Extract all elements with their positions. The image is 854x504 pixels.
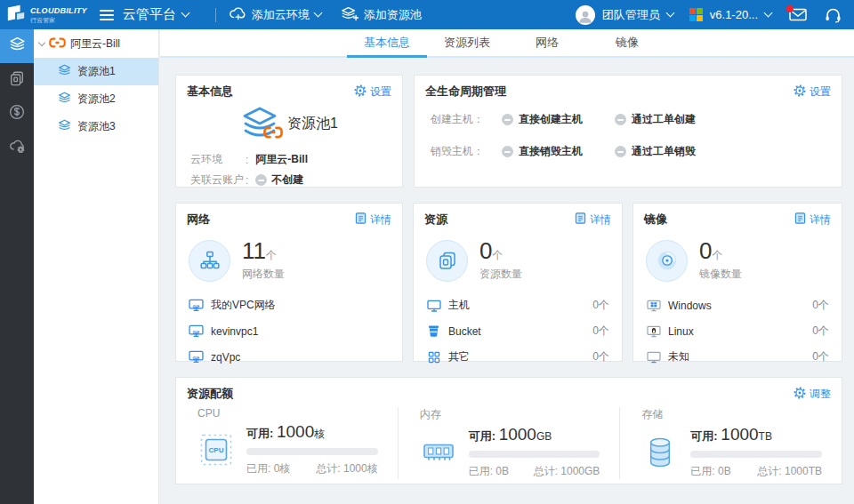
document-icon [575, 212, 586, 227]
images-card: 镜像 详情 0个 镜像数量 [632, 203, 842, 362]
add-resource-pool-button[interactable]: 添加资源池 [341, 6, 422, 24]
pool-name: 资源池1 [287, 115, 338, 133]
tree-item-pool1[interactable]: 资源池1 [34, 58, 158, 85]
cpu-available: 1000 [277, 422, 314, 441]
tree-item-label: 资源池1 [77, 64, 116, 79]
images-details-link[interactable]: 详情 [794, 212, 831, 228]
document-icon [355, 212, 367, 227]
rail-item-billing[interactable] [0, 97, 34, 131]
rail-item-resources[interactable] [0, 63, 34, 97]
minus-circle-icon [502, 114, 513, 125]
storage-usage-bar [690, 451, 822, 458]
vpc-icon: VPC [189, 324, 204, 338]
rail-item-cloud-settings[interactable] [0, 131, 34, 164]
memory-available: 1000 [499, 425, 536, 444]
resources-details-link[interactable]: 详情 [575, 212, 611, 228]
resources-count: 0 [479, 237, 492, 264]
chevron-down-icon[interactable] [665, 9, 674, 18]
rail-item-resource-pools[interactable] [0, 29, 34, 63]
support-headset-button[interactable] [825, 7, 842, 23]
vpc-icon: VPC [189, 299, 204, 312]
image-item-linux: Linux 0个 [646, 318, 829, 344]
network-count-label: 网络数量 [242, 267, 285, 282]
left-icon-rail [0, 29, 34, 504]
tab-basic-info[interactable]: 基本信息 [347, 29, 427, 56]
chevron-down-icon [181, 9, 189, 18]
network-details-link[interactable]: 详情 [355, 212, 391, 228]
create-ticket-option: 通过工单创建 [615, 112, 696, 127]
version-menu[interactable]: v6.1-20... [710, 8, 758, 21]
lifecycle-card: 全生命周期管理 设置 创建主机： 直接创建主机 [414, 75, 842, 188]
notification-dot [786, 5, 794, 12]
network-item-vpc2: VPC kevinvpc1 [189, 318, 390, 344]
images-count-label: 镜像数量 [699, 267, 742, 282]
resource-pool-icon [240, 106, 279, 141]
gear-icon [354, 84, 367, 100]
basic-info-settings-button[interactable]: 设置 [354, 84, 391, 100]
disc-icon [646, 240, 688, 282]
app-logo[interactable]: CLOUDBILITY 行云管家 [0, 4, 96, 27]
quota-adjust-button[interactable]: 调整 [794, 387, 831, 402]
network-count: 11 [242, 237, 266, 264]
tab-resource-list[interactable]: 资源列表 [427, 29, 507, 56]
resource-item-host: 主机 0个 [426, 292, 609, 318]
chevron-down-icon[interactable] [764, 9, 773, 18]
windows-monitor-icon [646, 300, 661, 312]
card-title: 资源 [424, 212, 447, 228]
cloud-gear-icon [9, 138, 26, 157]
cloud-plus-icon [229, 7, 246, 23]
gear-icon [794, 84, 806, 100]
chevron-down-icon [38, 39, 45, 46]
minus-circle-icon [615, 146, 626, 157]
quota-section-memory: 内存 可用: 1000GB 已用: 0B 总计: 1000GB [398, 407, 620, 479]
memory-total: 总计: 1000GB [534, 464, 600, 479]
network-item-vpc3: VPC zqVpc [189, 344, 390, 370]
tab-network[interactable]: 网络 [507, 29, 587, 56]
tree-item-label: 资源池3 [77, 119, 116, 134]
minus-circle-icon [615, 114, 626, 125]
resources-count-label: 资源数量 [479, 267, 522, 282]
svg-text:VPC: VPC [193, 305, 200, 308]
resource-tree-panel: 阿里云-Bill 资源池1 资源池2 资源池3 [34, 29, 159, 504]
tree-root-label: 阿里云-Bill [70, 36, 120, 52]
menu-icon[interactable] [100, 10, 114, 20]
create-direct-option: 直接创建主机 [502, 112, 583, 127]
gear-icon [794, 387, 806, 402]
cpu-used: 已用: 0核 [246, 461, 290, 476]
tree-item-pool2[interactable]: 资源池2 [34, 85, 158, 113]
card-title: 镜像 [644, 212, 667, 228]
resource-item-bucket: Bucket 0个 [426, 318, 609, 344]
unknown-monitor-icon [646, 351, 661, 364]
quota-section-cpu: CPU CPU 可用: 1000核 已用: 0核 总计: 1000核 [176, 407, 398, 479]
storage-total: 总计: 1000TB [757, 464, 822, 479]
tree-root-aliyun[interactable]: 阿里云-Bill [34, 29, 158, 58]
user-menu[interactable]: 团队管理员 [602, 7, 660, 23]
brand-subname: 行云管家 [30, 17, 87, 23]
basic-info-card: 基本信息 设置 资源池1 [175, 75, 403, 188]
minus-circle-icon [502, 146, 513, 157]
images-count: 0 [699, 237, 712, 264]
vpc-icon: VPC [189, 350, 204, 364]
quota-section-storage: 存储 可用: 1000TB 已用: 0B 总计: 1000TB [619, 407, 842, 479]
layers-icon [58, 64, 71, 79]
avatar[interactable] [576, 5, 595, 25]
storage-available: 1000 [721, 425, 758, 444]
linux-monitor-icon [646, 325, 661, 338]
minus-circle-icon [255, 174, 267, 186]
storage-cylinder-icon [641, 435, 679, 470]
memory-usage-bar [469, 451, 600, 458]
messages-button[interactable] [789, 8, 807, 21]
tree-item-pool3[interactable]: 资源池3 [34, 113, 158, 140]
network-card: 网络 详情 11个 网络数量 [175, 203, 403, 362]
add-cloud-env-button[interactable]: 添加云环境 [229, 7, 321, 23]
lifecycle-settings-button[interactable]: 设置 [794, 84, 831, 100]
env-label: 云环境 [190, 152, 246, 167]
ram-icon [420, 439, 457, 466]
svg-text:VPC: VPC [193, 331, 200, 334]
product-switcher[interactable]: 云管平台 [123, 6, 189, 23]
tab-images[interactable]: 镜像 [587, 29, 667, 56]
network-item-vpc1: VPC 我的VPC网络 [189, 292, 390, 318]
memory-used: 已用: 0B [469, 464, 509, 479]
storage-used: 已用: 0B [690, 464, 730, 479]
resources-card: 资源 详情 0个 资源数量 [413, 203, 623, 362]
